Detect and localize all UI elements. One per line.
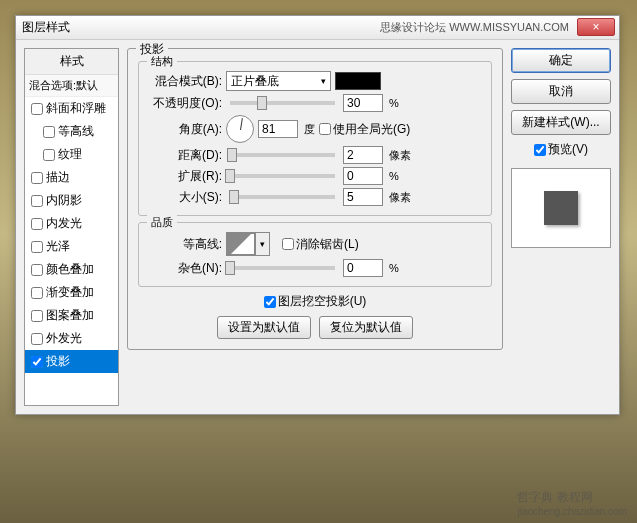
distance-label: 距离(D): bbox=[147, 147, 222, 164]
spread-label: 扩展(R): bbox=[147, 168, 222, 185]
sidebar-checkbox-11[interactable] bbox=[31, 356, 43, 368]
sidebar-item-0[interactable]: 斜面和浮雕 bbox=[25, 97, 118, 120]
sidebar-item-label: 渐变叠加 bbox=[46, 284, 94, 301]
sidebar-checkbox-2[interactable] bbox=[43, 149, 55, 161]
size-slider[interactable] bbox=[230, 195, 335, 199]
sidebar-item-11[interactable]: 投影 bbox=[25, 350, 118, 373]
ok-button[interactable]: 确定 bbox=[511, 48, 611, 73]
sidebar-checkbox-3[interactable] bbox=[31, 172, 43, 184]
sidebar-checkbox-5[interactable] bbox=[31, 218, 43, 230]
noise-slider[interactable] bbox=[230, 266, 335, 270]
sidebar-blend-options[interactable]: 混合选项:默认 bbox=[25, 75, 118, 97]
sidebar-item-4[interactable]: 内阴影 bbox=[25, 189, 118, 212]
titlebar-extra: 思缘设计论坛 WWW.MISSYUAN.COM bbox=[380, 20, 569, 35]
angle-label: 角度(A): bbox=[147, 121, 222, 138]
size-unit: 像素 bbox=[389, 190, 411, 205]
sidebar-item-label: 光泽 bbox=[46, 238, 70, 255]
distance-slider[interactable] bbox=[230, 153, 335, 157]
knockout-checkbox[interactable]: 图层挖空投影(U) bbox=[138, 293, 492, 310]
sidebar-item-label: 图案叠加 bbox=[46, 307, 94, 324]
contour-picker[interactable]: ▾ bbox=[226, 232, 270, 256]
shadow-color-swatch[interactable] bbox=[335, 72, 381, 90]
opacity-slider[interactable] bbox=[230, 101, 335, 105]
sidebar-item-10[interactable]: 外发光 bbox=[25, 327, 118, 350]
contour-label: 等高线: bbox=[147, 236, 222, 253]
sidebar-item-2[interactable]: 纹理 bbox=[25, 143, 118, 166]
angle-dial[interactable] bbox=[226, 115, 254, 143]
blend-mode-label: 混合模式(B): bbox=[147, 73, 222, 90]
sidebar-item-9[interactable]: 图案叠加 bbox=[25, 304, 118, 327]
preview-checkbox[interactable]: 预览(V) bbox=[511, 141, 611, 158]
noise-unit: % bbox=[389, 262, 399, 274]
sidebar-item-label: 等高线 bbox=[58, 123, 94, 140]
titlebar[interactable]: 图层样式 思缘设计论坛 WWW.MISSYUAN.COM × bbox=[16, 16, 619, 40]
spread-slider[interactable] bbox=[230, 174, 335, 178]
sidebar-checkbox-7[interactable] bbox=[31, 264, 43, 276]
sidebar-checkbox-4[interactable] bbox=[31, 195, 43, 207]
sidebar-item-label: 斜面和浮雕 bbox=[46, 100, 106, 117]
opacity-label: 不透明度(O): bbox=[147, 95, 222, 112]
sidebar-checkbox-8[interactable] bbox=[31, 287, 43, 299]
noise-input[interactable] bbox=[343, 259, 383, 277]
sidebar-item-label: 描边 bbox=[46, 169, 70, 186]
main-panel: 投影 结构 混合模式(B): 正片叠底 不透明度(O): % bbox=[127, 48, 503, 406]
cancel-button[interactable]: 取消 bbox=[511, 79, 611, 104]
distance-unit: 像素 bbox=[389, 148, 411, 163]
size-input[interactable] bbox=[343, 188, 383, 206]
sidebar-item-label: 外发光 bbox=[46, 330, 82, 347]
sidebar-checkbox-0[interactable] bbox=[31, 103, 43, 115]
spread-unit: % bbox=[389, 170, 399, 182]
spread-input[interactable] bbox=[343, 167, 383, 185]
sidebar-item-3[interactable]: 描边 bbox=[25, 166, 118, 189]
structure-legend: 结构 bbox=[147, 54, 177, 69]
sidebar-checkbox-1[interactable] bbox=[43, 126, 55, 138]
opacity-input[interactable] bbox=[343, 94, 383, 112]
preview-box bbox=[511, 168, 611, 248]
sidebar-item-label: 纹理 bbox=[58, 146, 82, 163]
layer-style-dialog: 图层样式 思缘设计论坛 WWW.MISSYUAN.COM × 样式 混合选项:默… bbox=[15, 15, 620, 415]
sidebar-item-label: 颜色叠加 bbox=[46, 261, 94, 278]
sidebar-checkbox-6[interactable] bbox=[31, 241, 43, 253]
sidebar-checkbox-10[interactable] bbox=[31, 333, 43, 345]
contour-swatch-icon bbox=[227, 233, 255, 255]
styles-sidebar: 样式 混合选项:默认 斜面和浮雕等高线纹理描边内阴影内发光光泽颜色叠加渐变叠加图… bbox=[24, 48, 119, 406]
sidebar-item-6[interactable]: 光泽 bbox=[25, 235, 118, 258]
global-light-checkbox[interactable]: 使用全局光(G) bbox=[319, 121, 410, 138]
sidebar-header: 样式 bbox=[25, 49, 118, 75]
sidebar-item-7[interactable]: 颜色叠加 bbox=[25, 258, 118, 281]
new-style-button[interactable]: 新建样式(W)... bbox=[511, 110, 611, 135]
sidebar-item-label: 内发光 bbox=[46, 215, 82, 232]
reset-default-button[interactable]: 复位为默认值 bbox=[319, 316, 413, 339]
distance-input[interactable] bbox=[343, 146, 383, 164]
close-button[interactable]: × bbox=[577, 18, 615, 36]
angle-unit: 度 bbox=[304, 122, 315, 137]
sidebar-item-label: 投影 bbox=[46, 353, 70, 370]
sidebar-item-1[interactable]: 等高线 bbox=[25, 120, 118, 143]
right-panel: 确定 取消 新建样式(W)... 预览(V) bbox=[511, 48, 611, 406]
sidebar-item-label: 内阴影 bbox=[46, 192, 82, 209]
sidebar-checkbox-9[interactable] bbox=[31, 310, 43, 322]
chevron-down-icon: ▾ bbox=[255, 233, 269, 255]
sidebar-item-5[interactable]: 内发光 bbox=[25, 212, 118, 235]
window-title: 图层样式 bbox=[22, 19, 70, 36]
noise-label: 杂色(N): bbox=[147, 260, 222, 277]
quality-legend: 品质 bbox=[147, 215, 177, 230]
preview-swatch bbox=[544, 191, 578, 225]
sidebar-item-8[interactable]: 渐变叠加 bbox=[25, 281, 118, 304]
antialias-checkbox[interactable]: 消除锯齿(L) bbox=[282, 236, 359, 253]
blend-mode-dropdown[interactable]: 正片叠底 bbox=[226, 71, 331, 91]
size-label: 大小(S): bbox=[147, 189, 222, 206]
angle-input[interactable] bbox=[258, 120, 298, 138]
opacity-unit: % bbox=[389, 97, 399, 109]
set-default-button[interactable]: 设置为默认值 bbox=[217, 316, 311, 339]
watermark: 哲字典 教程网 jiaocheng.chazidian.com bbox=[517, 489, 627, 517]
